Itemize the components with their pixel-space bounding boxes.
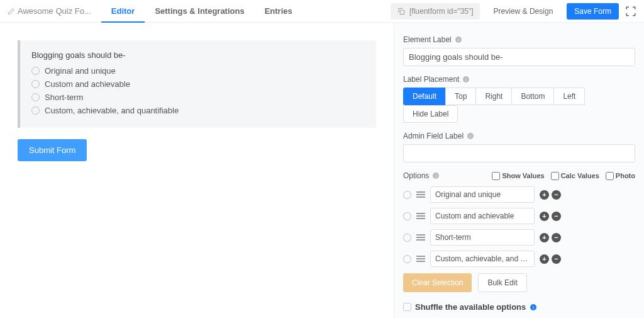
add-option-icon[interactable]: + (540, 233, 549, 242)
drag-handle-icon[interactable] (416, 256, 425, 262)
tab-editor[interactable]: Editor (101, 0, 145, 23)
info-icon[interactable]: i (462, 76, 470, 83)
remove-option-icon[interactable]: − (552, 254, 561, 264)
radio-icon (31, 106, 40, 115)
options-checks: Show Values Calc Values Photo (492, 172, 635, 180)
options-header: Options i Show Values Calc Values Photo (403, 171, 635, 180)
field-label-text: Admin Field Label (403, 132, 464, 140)
radio-label: Custom, achievable, and quantifiable (45, 106, 179, 115)
add-option-icon[interactable]: + (540, 190, 549, 200)
radio-item[interactable]: Custom and achievable (31, 79, 365, 89)
placement-top[interactable]: Top (445, 88, 476, 105)
shuffle-row: Shuffle the available options i (403, 302, 635, 312)
options-title: Options i (403, 171, 440, 180)
option-row: + − (403, 208, 635, 224)
radio-label: Original and unique (45, 66, 116, 76)
save-form-button[interactable]: Save Form (567, 3, 619, 20)
placement-right[interactable]: Right (475, 88, 512, 105)
shuffle-label: Shuffle the available options (415, 302, 526, 312)
topbar-right: [fluentform id="35"] Preview & Design Sa… (391, 3, 636, 20)
clear-selection-button[interactable]: Clear Selection (403, 273, 472, 292)
label-placement-group: Label Placement i Default Top Right Bott… (403, 75, 635, 123)
shuffle-checkbox[interactable] (403, 303, 411, 311)
placement-bottom[interactable]: Bottom (511, 88, 554, 105)
field-label-text: Label Placement (403, 75, 459, 84)
copy-icon (397, 7, 406, 16)
admin-label-input[interactable] (403, 144, 635, 162)
form-title-text: Awesome Quiz Fo... (18, 6, 91, 16)
placement-default[interactable]: Default (403, 88, 446, 105)
fullscreen-icon[interactable] (625, 6, 636, 17)
pencil-icon (8, 8, 15, 15)
radio-item[interactable]: Original and unique (31, 66, 365, 76)
top-bar: Awesome Quiz Fo... Editor Settings & Int… (0, 0, 644, 23)
option-input[interactable] (430, 251, 535, 267)
shortcode-display[interactable]: [fluentform id="35"] (391, 3, 480, 20)
canvas: Blogging goals should be- Original and u… (0, 23, 394, 318)
check-label: Calc Values (561, 172, 599, 179)
photo-check[interactable]: Photo (606, 172, 635, 180)
options-group: Options i Show Values Calc Values Photo … (403, 171, 635, 318)
main-area: Blogging goals should be- Original and u… (0, 23, 644, 318)
option-action-row: Clear Selection Bulk Edit (403, 273, 635, 292)
bulk-edit-button[interactable]: Bulk Edit (478, 273, 526, 292)
option-row: + − (403, 229, 635, 246)
svg-rect-0 (400, 10, 404, 14)
submit-button[interactable]: Submit Form (18, 139, 87, 161)
show-values-check[interactable]: Show Values (492, 172, 544, 180)
header-tabs: Editor Settings & Integrations Entries (101, 0, 303, 23)
drag-handle-icon[interactable] (416, 213, 425, 219)
sidebar: Element Label i Label Placement i Defaul… (394, 23, 644, 318)
placement-left[interactable]: Left (553, 88, 585, 105)
info-icon[interactable]: i (432, 172, 440, 179)
radio-label: Short-term (45, 93, 83, 102)
label-placement-title: Label Placement i (403, 75, 635, 84)
element-label-input[interactable] (403, 48, 635, 66)
drag-handle-icon[interactable] (416, 191, 425, 198)
radio-item[interactable]: Custom, achievable, and quantifiable (31, 106, 365, 115)
option-input[interactable] (430, 186, 535, 203)
question-label: Blogging goals should be- (31, 50, 365, 60)
field-label-text: Element Label (403, 35, 452, 44)
option-input[interactable] (430, 208, 535, 224)
option-radio[interactable] (403, 212, 411, 220)
remove-option-icon[interactable]: − (552, 190, 561, 200)
placement-buttons: Default Top Right Bottom Left Hide Label (403, 88, 635, 123)
option-actions: + − (540, 233, 561, 242)
element-label-group: Element Label i (403, 35, 635, 66)
tab-entries[interactable]: Entries (255, 0, 303, 23)
radio-label: Custom and achievable (45, 79, 130, 89)
remove-option-icon[interactable]: − (552, 233, 561, 242)
option-row: + − (403, 186, 635, 203)
placement-hide[interactable]: Hide Label (403, 105, 458, 123)
form-title[interactable]: Awesome Quiz Fo... (8, 6, 91, 16)
info-icon[interactable]: i (467, 132, 474, 140)
admin-label-title: Admin Field Label i (403, 132, 635, 140)
radio-item[interactable]: Short-term (31, 93, 365, 102)
info-icon[interactable]: i (530, 304, 537, 311)
topbar-left: Awesome Quiz Fo... Editor Settings & Int… (8, 0, 303, 23)
option-radio[interactable] (403, 234, 411, 242)
radio-icon (31, 93, 40, 101)
add-option-icon[interactable]: + (540, 254, 549, 264)
radio-icon (31, 80, 40, 88)
radio-list: Original and unique Custom and achievabl… (31, 66, 365, 115)
calc-values-check[interactable]: Calc Values (551, 172, 599, 180)
option-radio[interactable] (403, 191, 411, 199)
add-option-icon[interactable]: + (540, 212, 549, 221)
tab-settings[interactable]: Settings & Integrations (145, 0, 254, 23)
element-label-title: Element Label i (403, 35, 635, 44)
check-label: Show Values (502, 172, 544, 179)
radio-icon (31, 67, 40, 75)
preview-design-button[interactable]: Preview & Design (486, 3, 561, 20)
question-block[interactable]: Blogging goals should be- Original and u… (18, 40, 376, 128)
option-radio[interactable] (403, 255, 411, 263)
info-icon[interactable]: i (455, 36, 462, 43)
option-input[interactable] (430, 229, 535, 246)
drag-handle-icon[interactable] (416, 234, 425, 241)
option-row: + − (403, 251, 635, 267)
check-label: Photo (616, 172, 635, 179)
option-actions: + − (540, 212, 561, 221)
option-actions: + − (540, 190, 561, 200)
remove-option-icon[interactable]: − (552, 212, 561, 221)
